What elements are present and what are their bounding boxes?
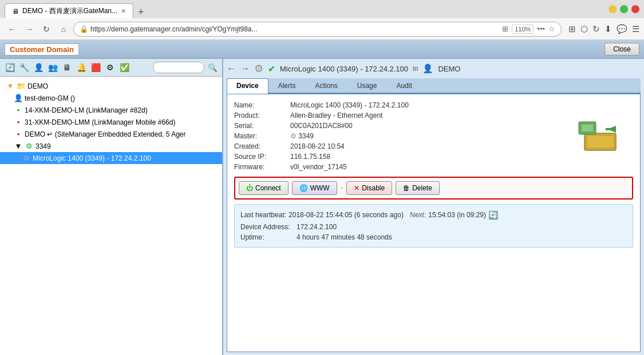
source-ip-value: 116.1.75.158 [290, 153, 409, 161]
folder-expand-icon: ▼ [6, 82, 15, 90]
tree: ▼ 📁 DEMO 👤 test-demo-GM () ▪ [0, 77, 222, 355]
tab-favicon: 🖥 [12, 7, 19, 15]
tree-item-31xkm[interactable]: ▪ 31-XKM-DEMO-LMM (LinkManager Mobile #6… [0, 116, 222, 128]
link-red-icon: ▪ [14, 118, 23, 126]
product-label: Product: [234, 111, 286, 119]
connect-button[interactable]: ⏻ Connect [239, 181, 289, 195]
folder-icon: 📁 [17, 82, 26, 90]
disable-button[interactable]: ✕ Disable [346, 181, 392, 195]
alert-tool-button[interactable]: 🔔 [75, 61, 88, 74]
disable-x-icon: ✕ [354, 184, 359, 192]
master-label: Master: [234, 132, 286, 140]
tab-usage[interactable]: Usage [347, 78, 387, 93]
device-address-label: Device Address: [240, 223, 292, 231]
right-panel: ← → ⚙ ✔ MicroLogic 1400 (3349) - 172.24.… [223, 59, 644, 355]
master-value: ⚙ 3349 [290, 132, 409, 140]
home-button[interactable]: ⌂ [56, 22, 71, 37]
back-button[interactable]: ← [5, 22, 19, 37]
tab-title: DEMO - 西肯麦演示GateMan... [22, 6, 117, 16]
www-button[interactable]: 🌐 WWW [292, 181, 337, 195]
tab-audit[interactable]: Audit [386, 78, 421, 93]
filter-tool-button[interactable]: 🔧 [18, 61, 30, 74]
back-nav-arrow[interactable]: ← [227, 63, 236, 74]
tab-alerts[interactable]: Alerts [268, 78, 306, 93]
check-tool-button[interactable]: ✅ [118, 61, 131, 74]
left-panel: 🔄 🔧 👤 👥 🖥 🔔 🟥 ⚙ ✅ 🔍 ▼ 📁 DEMO [0, 59, 223, 355]
tree-label-micrologic: MicroLogic 1400 (3349) - 172.24.2.100 [33, 154, 151, 162]
search-button[interactable]: 🔍 [206, 61, 219, 74]
uptime-label: Uptime: [240, 233, 292, 241]
link-green-icon: ▪ [14, 106, 23, 114]
tab-device[interactable]: Device [227, 78, 268, 94]
tree-item-test-demo-gm[interactable]: 👤 test-demo-GM () [0, 92, 222, 104]
group-tool-button[interactable]: 👥 [46, 61, 59, 74]
tree-item-14xkm[interactable]: ▪ 14-XKM-DEMO-LM (LinkManager #82d) [0, 104, 222, 116]
svg-rect-1 [587, 136, 613, 147]
config-tool-button[interactable]: ⚙ [104, 61, 116, 74]
tree-item-demo-site[interactable]: ▪ DEMO ↵ (SiteManager Embedded Extended,… [0, 128, 222, 140]
close-window-button[interactable] [631, 5, 639, 13]
tree-label-31xkm: 31-XKM-DEMO-LMM (LinkManager Mobile #66d… [25, 118, 175, 126]
minimize-button[interactable] [609, 5, 617, 13]
domain-person-icon: 👤 [422, 63, 433, 74]
new-tab-button[interactable]: + [133, 6, 149, 18]
tree-label-3349: 3349 [35, 142, 51, 150]
tab-area: 🖥 DEMO - 西肯麦演示GateMan... ✕ + [5, 0, 149, 18]
master-gear-icon: ⚙ [290, 132, 297, 140]
menu-dots-icon: ••• [537, 25, 545, 33]
next-label: Next: [410, 211, 426, 219]
micrologic-gear-icon: ⚙ [22, 154, 31, 162]
firmware-value: v0l_vendor_17145 [290, 163, 409, 171]
bookmark-icon: ☆ [548, 25, 555, 33]
tree-item-micrologic[interactable]: ⚙ MicroLogic 1400 (3349) - 172.24.2.100 [0, 152, 222, 164]
forward-nav-arrow[interactable]: → [240, 63, 250, 74]
tree-label-14xkm: 14-XKM-DEMO-LM (LinkManager #82d) [25, 106, 148, 114]
refresh-tool-button[interactable]: 🔄 [3, 61, 16, 74]
tree-root-label: DEMO [27, 82, 48, 90]
name-value: MicroLogic 1400 (3349) - 172.24.2.100 [290, 101, 409, 109]
tree-label-test-demo-gm: test-demo-GM () [25, 94, 75, 102]
device-header: ← → ⚙ ✔ MicroLogic 1400 (3349) - 172.24.… [227, 62, 641, 75]
heartbeat-row: Last heartbeat: 2018-08-22 15:44:05 (6 s… [240, 210, 627, 220]
hamburger-icon: ☰ [632, 24, 639, 34]
maximize-button[interactable] [620, 5, 628, 13]
url-text: https://demo.gatemanager.cn/admin/cgi/YO… [90, 25, 500, 33]
address-bar-icons: ⊞ 110% ••• ☆ [502, 25, 555, 34]
reload-button[interactable]: ↻ [39, 22, 54, 37]
tab-actions[interactable]: Actions [305, 78, 347, 93]
heartbeat-label: Last heartbeat: [240, 211, 286, 219]
3349-gear-icon: ⚙ [25, 142, 34, 150]
source-ip-label: Source IP: [234, 153, 286, 161]
device-info-grid: Name: MicroLogic 1400 (3349) - 172.24.2.… [234, 101, 409, 171]
device-icon-area [570, 101, 633, 171]
search-input[interactable] [153, 62, 204, 73]
serial-value: 00C0A201DAC8#00 [290, 122, 409, 130]
in-text: in [413, 65, 418, 73]
red-tool-button[interactable]: 🟥 [89, 61, 102, 74]
close-button[interactable]: Close [605, 43, 639, 55]
customer-domain-label: Customer Domain [5, 43, 79, 55]
heartbeat-refresh-icon[interactable]: 🔄 [488, 210, 498, 220]
tabs-bar: Device Alerts Actions Usage Audit [227, 78, 641, 94]
downloads-icon: ⬇ [605, 24, 612, 34]
monitor-tool-button[interactable]: 🖥 [61, 61, 73, 74]
history-icon: ↻ [592, 24, 600, 34]
created-label: Created: [234, 142, 286, 150]
tab-close-button[interactable]: ✕ [121, 7, 126, 15]
tree-item-root[interactable]: ▼ 📁 DEMO [0, 80, 222, 92]
browser-tab[interactable]: 🖥 DEMO - 西肯麦演示GateMan... ✕ [5, 3, 133, 18]
status-area: Last heartbeat: 2018-08-22 15:44:05 (6 s… [234, 204, 633, 248]
address-bar[interactable]: 🔒 https://demo.gatemanager.cn/admin/cgi/… [73, 22, 562, 37]
security-lock-icon: 🔒 [80, 25, 88, 33]
chat-icon: 💬 [617, 24, 627, 34]
delete-button[interactable]: 🗑 Delete [396, 181, 440, 195]
main-content: 🔄 🔧 👤 👥 🖥 🔔 🟥 ⚙ ✅ 🔍 ▼ 📁 DEMO [0, 59, 644, 355]
forward-button[interactable]: → [22, 22, 37, 37]
browser-menu-icons: ⊞ ⬡ ↻ ⬇ 💬 ☰ [568, 24, 639, 34]
customer-domain-bar: Customer Domain Close [0, 41, 644, 59]
add-tool-button[interactable]: 👤 [32, 61, 45, 74]
tree-item-3349[interactable]: ▼ ⚙ 3349 [0, 140, 222, 152]
uptime-value: 4 hours 47 minutes 48 seconds [297, 233, 627, 241]
title-bar: 🖥 DEMO - 西肯麦演示GateMan... ✕ + [0, 0, 644, 18]
device-title-text: MicroLogic 1400 (3349) - 172.24.2.100 [280, 65, 408, 73]
